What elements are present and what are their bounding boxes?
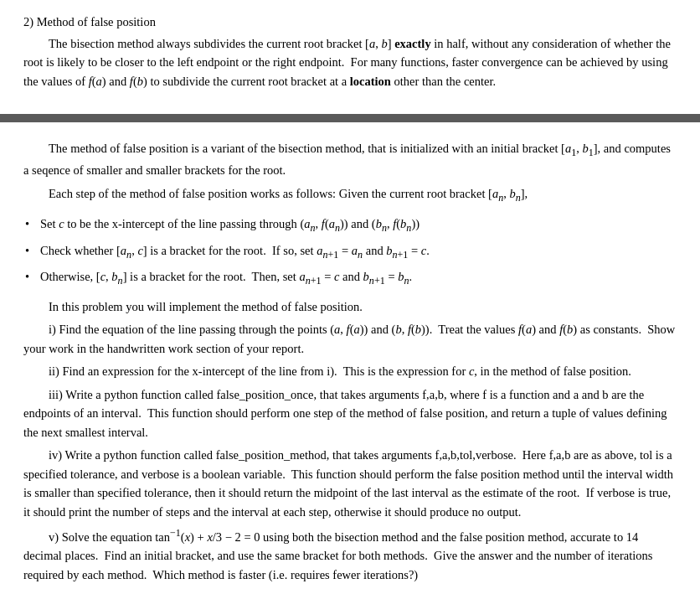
bullet-item-3: Otherwise, [c, bn] is a bracket for the … bbox=[23, 267, 677, 289]
each-step-text: Each step of the method of false positio… bbox=[23, 184, 677, 206]
intro-paragraph-1: The method of false position is a varian… bbox=[23, 139, 677, 179]
part-iv: iv) Write a python function called false… bbox=[23, 446, 677, 521]
bullet-list: Set c to be the x-intercept of the line … bbox=[23, 214, 677, 289]
method-header: 2) Method of false position bbox=[23, 15, 677, 29]
main-section: The method of false position is a varian… bbox=[0, 122, 700, 594]
problem-intro: In this problem you will implement the m… bbox=[23, 297, 677, 316]
method-title: Method of false position bbox=[37, 15, 156, 28]
top-paragraph: The bisection method always subdivides t… bbox=[23, 34, 677, 90]
part-v: v) Solve the equation tan−1(x) + x/3 − 2… bbox=[23, 525, 677, 584]
part-i: i) Find the equation of the line passing… bbox=[23, 320, 677, 358]
bullet-item-1: Set c to be the x-intercept of the line … bbox=[23, 214, 677, 236]
method-number: 2) bbox=[23, 15, 33, 28]
part-ii: ii) Find an expression for the x-interce… bbox=[23, 362, 677, 380]
part-iii: iii) Write a python function called fals… bbox=[23, 385, 677, 442]
bullet-item-2: Check whether [an, c] is a bracket for t… bbox=[23, 241, 677, 263]
top-section: 2) Method of false position The bisectio… bbox=[0, 0, 700, 106]
section-divider bbox=[0, 114, 700, 122]
